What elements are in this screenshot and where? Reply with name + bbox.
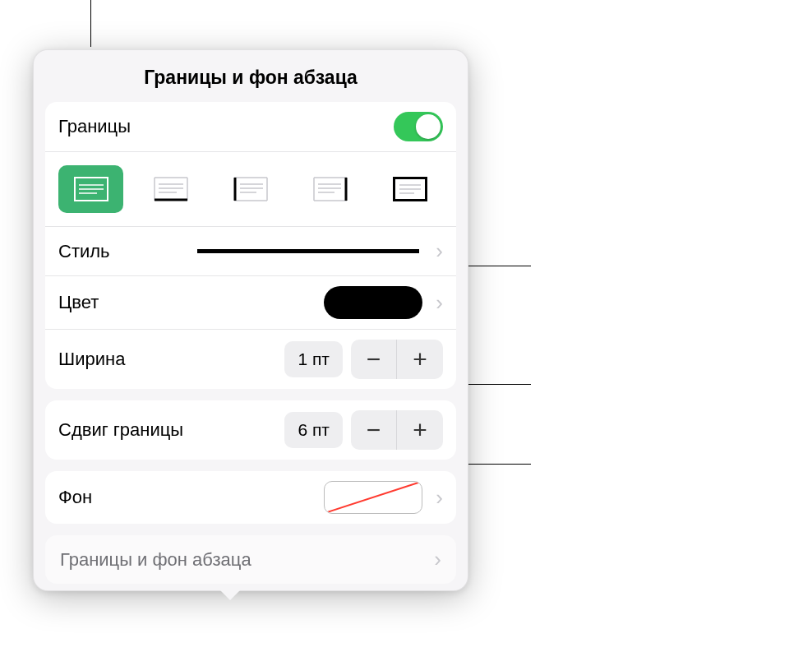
popover-title: Границы и фон абзаца bbox=[34, 50, 468, 102]
width-label: Ширина bbox=[58, 349, 284, 370]
color-label: Цвет bbox=[58, 292, 324, 313]
width-row: Ширина 1 пт − + bbox=[45, 330, 456, 389]
borders-background-popover: Границы и фон абзаца Границы bbox=[33, 49, 468, 591]
footer-label: Границы и фон абзаца bbox=[60, 549, 427, 571]
footer-peek: Границы и фон абзаца › bbox=[34, 535, 468, 590]
chevron-right-icon: › bbox=[434, 547, 441, 572]
style-label: Стиль bbox=[58, 241, 197, 262]
borders-card: Границы bbox=[45, 102, 456, 389]
popover-arrow-icon bbox=[219, 589, 242, 600]
width-increase-button[interactable]: + bbox=[397, 340, 443, 379]
offset-card: Сдвиг границы 6 пт − + bbox=[45, 400, 456, 460]
color-swatch bbox=[324, 286, 422, 319]
offset-row: Сдвиг границы 6 пт − + bbox=[45, 400, 456, 460]
borders-toggle[interactable] bbox=[394, 112, 443, 141]
border-preset-left[interactable] bbox=[218, 165, 283, 213]
border-preset-all[interactable] bbox=[58, 165, 123, 213]
offset-increase-button[interactable]: + bbox=[397, 410, 443, 450]
background-none-swatch bbox=[324, 481, 422, 514]
offset-stepper: − + bbox=[351, 410, 443, 450]
style-row[interactable]: Стиль › bbox=[45, 227, 456, 276]
border-preset-bottom[interactable] bbox=[138, 165, 203, 213]
border-presets-row bbox=[45, 152, 456, 227]
chevron-right-icon: › bbox=[436, 485, 443, 511]
offset-label: Сдвиг границы bbox=[58, 419, 284, 441]
background-label: Фон bbox=[58, 487, 324, 508]
offset-decrease-button[interactable]: − bbox=[351, 410, 397, 450]
chevron-right-icon: › bbox=[436, 238, 443, 264]
style-preview bbox=[197, 249, 419, 253]
offset-value[interactable]: 6 пт bbox=[284, 412, 343, 448]
width-stepper: − + bbox=[351, 340, 443, 379]
width-decrease-button[interactable]: − bbox=[351, 340, 397, 379]
background-card: Фон › bbox=[45, 471, 456, 524]
borders-label: Границы bbox=[58, 116, 394, 137]
border-preset-box[interactable] bbox=[378, 165, 443, 213]
footer-row-item[interactable]: Границы и фон абзаца › bbox=[45, 535, 456, 584]
borders-toggle-row: Границы bbox=[45, 102, 456, 152]
chevron-right-icon: › bbox=[436, 290, 443, 316]
border-preset-right[interactable] bbox=[298, 165, 363, 213]
background-row[interactable]: Фон › bbox=[45, 471, 456, 524]
width-value[interactable]: 1 пт bbox=[284, 341, 343, 377]
color-row[interactable]: Цвет › bbox=[45, 276, 456, 330]
